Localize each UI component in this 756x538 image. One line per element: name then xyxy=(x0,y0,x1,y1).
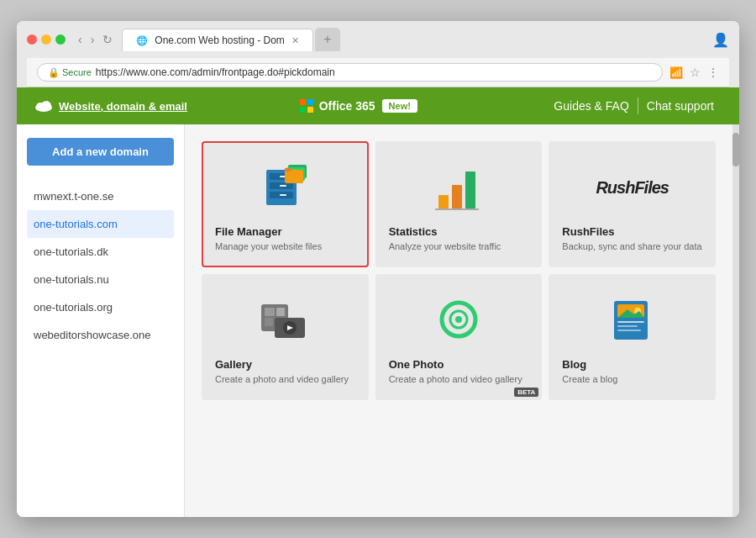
guides-faq-link[interactable]: Guides & FAQ xyxy=(545,99,637,113)
app-card-onephoto[interactable]: One Photo Create a photo and video galle… xyxy=(375,274,543,400)
user-icon[interactable]: 👤 xyxy=(712,32,729,48)
back-button[interactable]: ‹ xyxy=(76,33,85,46)
file-manager-desc: Manage your website files xyxy=(215,240,355,253)
domain-item[interactable]: one-tutorials.dk xyxy=(27,238,174,266)
svg-rect-16 xyxy=(285,170,303,183)
svg-rect-13 xyxy=(280,194,286,196)
minimize-traffic-light[interactable] xyxy=(41,34,51,45)
file-manager-info: File Manager Manage your website files xyxy=(215,225,355,253)
app-card-file-manager[interactable]: File Manager Manage your website files xyxy=(202,141,369,267)
app-card-statistics[interactable]: Statistics Analyze your website traffic xyxy=(375,141,543,267)
nav-brand[interactable]: Website, domain & email xyxy=(34,99,281,113)
domain-item[interactable]: one-tutorials.nu xyxy=(27,266,174,293)
onephoto-icon xyxy=(432,296,486,345)
svg-rect-37 xyxy=(617,325,638,327)
statistics-info: Statistics Analyze your website traffic xyxy=(389,225,529,253)
browser-controls: ‹ › ↻ 🌐 One.com Web hosting - Dom ✕ + 👤 xyxy=(27,28,729,51)
domain-item[interactable]: mwnext.t-one.se xyxy=(27,182,174,210)
svg-rect-26 xyxy=(265,318,273,326)
wifi-icon: 📶 xyxy=(669,66,683,79)
file-manager-icon-area xyxy=(258,158,312,217)
new-tab-button[interactable]: + xyxy=(315,28,340,51)
rushfiles-info: RushFiles Backup, sync and share your da… xyxy=(562,225,702,253)
statistics-icon-area xyxy=(432,158,486,217)
top-nav: Website, domain & email Office 365 New! … xyxy=(17,87,739,124)
gallery-icon-area xyxy=(258,291,312,350)
domain-item-active[interactable]: one-tutorials.com xyxy=(27,210,174,238)
app-content: Website, domain & email Office 365 New! … xyxy=(17,87,739,517)
svg-rect-12 xyxy=(280,185,286,187)
blog-desc: Create a blog xyxy=(562,373,702,386)
browser-actions: 📶 ☆ ⋮ xyxy=(669,66,719,79)
app-card-blog[interactable]: Blog Create a blog xyxy=(549,274,716,400)
statistics-title: Statistics xyxy=(389,225,529,238)
file-manager-icon xyxy=(258,163,312,212)
lock-icon: 🔒 xyxy=(48,67,60,78)
svg-rect-36 xyxy=(617,321,644,323)
blog-info: Blog Create a blog xyxy=(562,358,702,386)
gallery-icon xyxy=(258,296,312,345)
domain-list: mwnext.t-one.se one-tutorials.com one-tu… xyxy=(27,182,174,349)
svg-rect-3 xyxy=(300,99,306,105)
new-badge: New! xyxy=(382,99,417,113)
svg-point-31 xyxy=(455,316,462,323)
nav-right: Guides & FAQ Chat support xyxy=(545,98,722,114)
url-text: https://www.one.com/admin/frontpage.do#p… xyxy=(96,66,335,78)
svg-rect-24 xyxy=(265,308,275,316)
chat-support-link[interactable]: Chat support xyxy=(638,99,722,113)
active-tab[interactable]: 🌐 One.com Web hosting - Dom ✕ xyxy=(122,29,313,51)
address-bar[interactable]: 🔒 Secure https://www.one.com/admin/front… xyxy=(37,63,663,82)
file-manager-title: File Manager xyxy=(215,225,355,238)
gallery-info: Gallery Create a photo and video gallery xyxy=(215,358,355,386)
menu-icon[interactable]: ⋮ xyxy=(707,66,719,79)
app-card-gallery[interactable]: Gallery Create a photo and video gallery xyxy=(202,274,369,400)
tab-bar: 🌐 One.com Web hosting - Dom ✕ + xyxy=(122,28,340,51)
rushfiles-desc: Backup, sync and share your data xyxy=(562,240,702,253)
content-area: File Manager Manage your website files xyxy=(185,124,732,517)
svg-rect-18 xyxy=(438,195,449,208)
scrollbar-track[interactable] xyxy=(732,124,739,517)
close-traffic-light[interactable] xyxy=(27,34,37,45)
add-domain-button[interactable]: Add a new domain xyxy=(27,138,174,166)
secure-badge: 🔒 Secure xyxy=(48,67,92,78)
blog-title: Blog xyxy=(562,358,702,371)
blog-icon-area xyxy=(606,291,659,350)
scrollbar-thumb[interactable] xyxy=(732,133,739,166)
refresh-button[interactable]: ↻ xyxy=(100,33,115,46)
domain-item[interactable]: webeditorshowcase.one xyxy=(27,321,174,349)
gallery-desc: Create a photo and video gallery xyxy=(215,373,355,386)
cloud-icon xyxy=(34,99,54,113)
gallery-title: Gallery xyxy=(215,358,355,371)
rushfiles-icon-area: RushFiles xyxy=(596,158,669,217)
svg-rect-17 xyxy=(285,168,291,171)
svg-rect-19 xyxy=(452,185,462,208)
svg-rect-6 xyxy=(307,107,313,113)
blog-icon xyxy=(606,296,659,345)
beta-badge: BETA xyxy=(514,388,538,397)
svg-rect-20 xyxy=(465,171,475,208)
nav-buttons: ‹ › ↻ xyxy=(76,33,115,46)
svg-rect-4 xyxy=(307,99,313,105)
nav-center: Office 365 New! xyxy=(298,98,546,114)
onephoto-title: One Photo xyxy=(389,358,529,371)
svg-point-2 xyxy=(41,101,51,111)
star-icon[interactable]: ☆ xyxy=(690,66,701,79)
forward-button[interactable]: › xyxy=(88,33,97,46)
app-card-rushfiles[interactable]: RushFiles RushFiles Backup, sync and sha… xyxy=(549,141,716,267)
apps-grid: File Manager Manage your website files xyxy=(202,141,716,400)
svg-rect-5 xyxy=(300,107,306,113)
office365-logo[interactable]: Office 365 xyxy=(298,98,375,114)
svg-rect-38 xyxy=(617,330,641,331)
statistics-icon xyxy=(432,163,486,212)
tab-close-icon[interactable]: ✕ xyxy=(291,35,299,46)
secure-label: Secure xyxy=(62,67,92,77)
onephoto-info: One Photo Create a photo and video galle… xyxy=(389,358,529,386)
svg-rect-21 xyxy=(435,208,479,210)
domain-item[interactable]: one-tutorials.org xyxy=(27,293,174,321)
maximize-traffic-light[interactable] xyxy=(55,34,66,45)
traffic-lights xyxy=(27,34,66,45)
main-layout: Add a new domain mwnext.t-one.se one-tut… xyxy=(17,124,739,517)
statistics-desc: Analyze your website traffic xyxy=(389,240,529,253)
tab-title: One.com Web hosting - Dom xyxy=(155,34,285,46)
browser-window: ‹ › ↻ 🌐 One.com Web hosting - Dom ✕ + 👤 xyxy=(17,21,739,517)
